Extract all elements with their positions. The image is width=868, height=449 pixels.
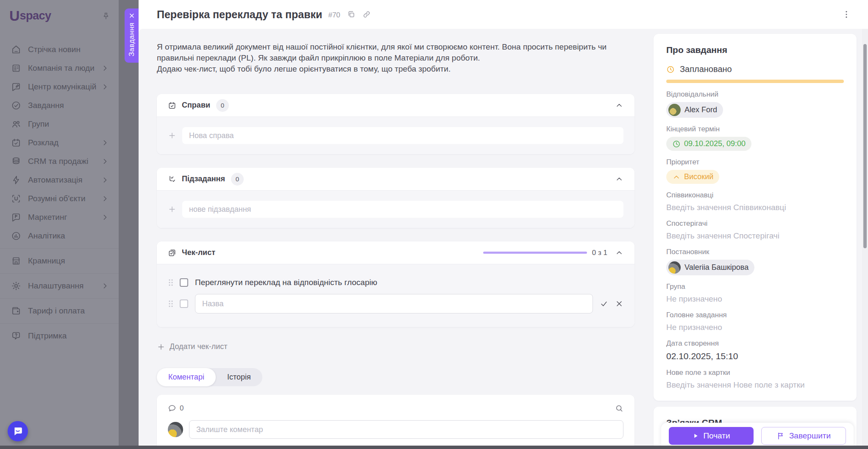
add-checklist-label: Додати чек-лист xyxy=(170,342,228,351)
task-body: Я отримала великий документ від нашої по… xyxy=(139,29,868,449)
current-user-avatar xyxy=(168,422,183,437)
confirm-icon[interactable] xyxy=(600,299,608,308)
sidebar-item-schedule[interactable]: Розклад xyxy=(0,133,119,152)
close-icon[interactable] xyxy=(128,12,135,19)
author-label: Постановник xyxy=(666,248,844,256)
calendar-icon xyxy=(11,138,21,148)
cancel-icon[interactable] xyxy=(615,299,623,308)
search-icon[interactable] xyxy=(615,404,623,413)
uspacy-logo-text: spacy xyxy=(20,9,51,22)
chevron-up-icon[interactable] xyxy=(615,249,623,257)
status-label: Заплановано xyxy=(680,64,732,74)
chevron-right-icon xyxy=(101,83,109,91)
new-item-checkbox[interactable] xyxy=(180,299,188,308)
people-icon xyxy=(11,119,21,129)
new-subtask-input[interactable] xyxy=(182,201,623,218)
comment-input[interactable] xyxy=(189,420,623,439)
observers-label: Спостерігачі xyxy=(666,219,844,228)
drag-handle-icon[interactable] xyxy=(168,299,174,308)
app-screen: U spacy Стрічка новин Компанія та люди Ц… xyxy=(0,0,868,449)
cases-count-badge: 0 xyxy=(216,99,229,112)
more-menu-icon[interactable] xyxy=(840,8,853,21)
id-card-icon xyxy=(11,63,21,73)
gear-icon xyxy=(11,281,21,291)
pin-sidebar-icon[interactable] xyxy=(102,12,110,20)
sidebar-divider xyxy=(0,298,119,299)
page-title: Перевірка перекладу та правки xyxy=(157,8,322,21)
sidebar-item-smart-objects[interactable]: Розумні об'єкти xyxy=(0,189,119,208)
tab-comments[interactable]: Коментарі xyxy=(157,368,216,386)
drag-handle-icon[interactable] xyxy=(168,278,174,287)
sidebar-item-label: Аналітика xyxy=(28,231,65,241)
checklist-header: Чек-лист 0 з 1 xyxy=(157,241,634,264)
sidebar-divider xyxy=(0,273,119,274)
sidebar-item-label: CRM та продажі xyxy=(28,157,88,166)
task-number: #70 xyxy=(328,11,340,19)
plus-icon[interactable] xyxy=(168,131,176,140)
plus-icon[interactable] xyxy=(168,205,176,213)
support-chat-fab[interactable] xyxy=(8,421,28,441)
task-main-column: Я отримала великий документ від нашої по… xyxy=(157,42,634,449)
chevron-right-icon xyxy=(101,64,109,72)
checklist-item-row: Переглянути переклад на відповідність гл… xyxy=(168,274,623,291)
sidebar-item-marketing[interactable]: Маркетинг xyxy=(0,208,119,227)
deadline-chip[interactable]: 09.10.2025, 09:00 xyxy=(666,137,751,151)
sidebar-item-crm-sales[interactable]: CRM та продажі xyxy=(0,152,119,171)
finish-button[interactable]: Завершити xyxy=(761,427,846,445)
chevron-right-icon xyxy=(101,157,109,166)
parent-task-value[interactable]: Не призначено xyxy=(666,323,844,332)
author-chip[interactable]: Valeriia Башкірова xyxy=(666,260,754,275)
subtasks-section: Підзадання 0 xyxy=(157,168,634,228)
link-icon[interactable] xyxy=(362,10,371,19)
sidebar-item-settings[interactable]: Налаштування xyxy=(0,277,119,295)
task-drawer-tab[interactable]: Завдання xyxy=(125,8,139,63)
checklist-item-checkbox[interactable] xyxy=(180,278,188,287)
add-checklist-button[interactable]: Додати чек-лист xyxy=(157,342,228,351)
responsible-chip[interactable]: Alex Ford xyxy=(666,102,723,118)
comments-header: 0 xyxy=(168,404,623,413)
about-task-title: Про завдання xyxy=(666,45,844,55)
megaphone-bubble-icon xyxy=(11,212,21,222)
subtasks-count-badge: 0 xyxy=(231,173,244,186)
lightning-icon xyxy=(11,175,21,185)
vertical-scrollbar[interactable] xyxy=(862,29,868,449)
sidebar-item-communications[interactable]: Центр комунікацій xyxy=(0,78,119,96)
new-case-input[interactable] xyxy=(182,127,623,144)
chevron-right-icon xyxy=(101,213,109,222)
sidebar-item-shop[interactable]: Крамниця xyxy=(0,252,119,270)
comment-bubble-icon xyxy=(168,404,176,413)
sidebar-item-news-feed[interactable]: Стрічка новин xyxy=(0,40,119,59)
status-clock-icon xyxy=(666,65,675,74)
sidebar-item-automation[interactable]: Автоматизація xyxy=(0,171,119,189)
task-header: Перевірка перекладу та правки #70 xyxy=(139,0,868,29)
group-value[interactable]: Не призначено xyxy=(666,294,844,304)
custom-field-placeholder[interactable]: Введіть значення Нове поле з картки xyxy=(666,380,844,390)
chevron-up-icon[interactable] xyxy=(615,175,623,183)
cases-section: Справи 0 xyxy=(157,94,634,154)
sidebar-item-tariff-payment[interactable]: Тариф і оплата xyxy=(0,302,119,320)
coexecutors-placeholder[interactable]: Введіть значення Співвиконавці xyxy=(666,203,844,212)
sidebar-item-analytics[interactable]: Аналітика xyxy=(0,227,119,245)
new-checklist-item-input[interactable] xyxy=(195,294,593,313)
chevron-up-icon xyxy=(672,173,681,181)
tab-history[interactable]: Історія xyxy=(216,368,262,386)
status-row[interactable]: Заплановано xyxy=(666,64,844,74)
scrollbar-thumb[interactable] xyxy=(863,44,867,248)
window-bottom-edge xyxy=(0,446,868,449)
plus-icon xyxy=(157,343,165,351)
subtasks-header: Підзадання 0 xyxy=(157,168,634,190)
sidebar-item-label: Автоматизація xyxy=(28,175,83,185)
observers-placeholder[interactable]: Введіть значення Спостерігачі xyxy=(666,231,844,241)
sidebar-item-label: Завдання xyxy=(28,101,64,110)
sidebar-item-tasks[interactable]: Завдання xyxy=(0,96,119,115)
start-button[interactable]: Почати xyxy=(669,427,754,445)
sidebar-item-groups[interactable]: Групи xyxy=(0,115,119,133)
sidebar-item-support[interactable]: Підтримка xyxy=(0,327,119,345)
copy-icon[interactable] xyxy=(347,10,356,19)
parent-task-label: Головне завдання xyxy=(666,311,844,319)
chevron-up-icon[interactable] xyxy=(615,101,623,110)
priority-chip[interactable]: Високий xyxy=(666,170,719,184)
checklist-progress-bar xyxy=(483,252,587,254)
question-bubble-icon xyxy=(11,331,21,341)
sidebar-item-company-people[interactable]: Компанія та люди xyxy=(0,59,119,78)
